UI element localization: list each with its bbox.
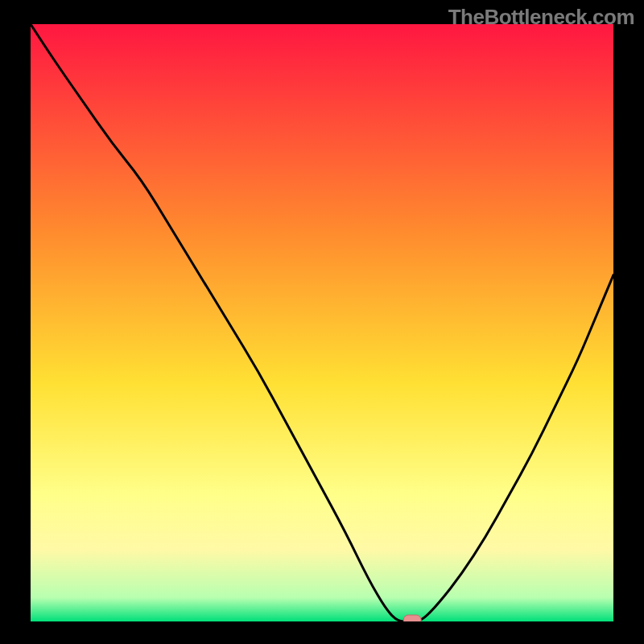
- chart-container: TheBottleneck.com: [0, 0, 644, 644]
- watermark-text: TheBottleneck.com: [448, 5, 634, 30]
- bottleneck-chart: [31, 24, 613, 621]
- plot-area: [31, 24, 613, 621]
- optimal-marker: [403, 615, 421, 621]
- gradient-background: [31, 24, 613, 621]
